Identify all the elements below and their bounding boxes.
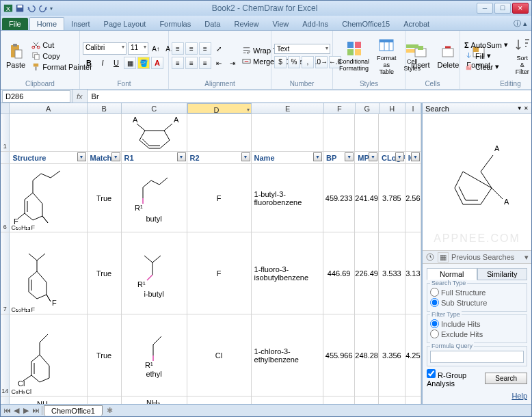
grow-font-icon[interactable]: A↑ (150, 42, 162, 55)
pane-dropdown-icon[interactable]: ▼ ✕ (517, 105, 529, 111)
formula-query-input[interactable] (430, 351, 524, 363)
select-all-corner[interactable] (1, 103, 10, 113)
tab-file[interactable]: File (2, 18, 28, 30)
ribbon-help-icon[interactable]: ⓘ ▴ (509, 17, 531, 30)
border-button[interactable]: ▦ (124, 57, 136, 69)
svg-rect-12 (36, 67, 37, 71)
filter-dropdown-icon[interactable]: ▼ (177, 152, 186, 161)
sheet-tab[interactable]: ChemOffice1 (44, 405, 103, 416)
orientation-icon[interactable]: ⤢ (213, 42, 225, 55)
italic-button[interactable]: I (96, 57, 109, 69)
indent-inc-icon[interactable]: ⇥ (226, 57, 239, 69)
font-name-select[interactable]: Calibri (83, 42, 127, 55)
indent-dec-icon[interactable]: ⇤ (213, 57, 225, 69)
align-left-icon[interactable]: ≡ (172, 57, 184, 69)
percent-icon[interactable]: % (288, 56, 300, 68)
next-sheet-icon[interactable]: ▶ (21, 406, 31, 415)
redo-icon[interactable] (38, 3, 48, 13)
tab-chemoffice[interactable]: ChemOffice15 (335, 18, 397, 30)
align-mid-icon[interactable]: ≡ (185, 42, 198, 55)
checkbox-rgroup-analysis[interactable]: R-Group Analysis (427, 369, 481, 388)
filter-dropdown-icon[interactable]: ▼ (411, 152, 420, 161)
name-box[interactable]: D286 (2, 90, 70, 103)
comma-icon[interactable]: , (302, 56, 314, 68)
align-center-icon[interactable]: ≡ (185, 57, 198, 69)
inc-decimal-icon[interactable]: .0→ (315, 56, 328, 68)
new-sheet-icon[interactable]: ✱ (103, 406, 117, 415)
col-header[interactable]: I (405, 103, 421, 113)
radio-include-hits[interactable]: Include Hits (430, 319, 480, 328)
formula-input[interactable]: Br (88, 91, 531, 102)
tab-data[interactable]: Data (198, 18, 227, 30)
tab-formulas[interactable]: Formulas (152, 18, 198, 30)
currency-icon[interactable]: $ (274, 56, 287, 68)
previous-searches-bar[interactable]: ▦ Previous Searches▾ (423, 250, 531, 264)
align-top-icon[interactable]: ≡ (172, 42, 184, 55)
fill-color-button[interactable]: 🪣 (137, 57, 150, 69)
search-pane: Search▼ ✕ AA APPNEE.COM ▦ Previous Searc… (422, 103, 531, 404)
filter-dropdown-icon[interactable]: ▼ (77, 152, 86, 161)
row-header[interactable] (1, 152, 10, 163)
col-header[interactable]: E (252, 103, 324, 113)
fill-button[interactable]: Fill ▾ (463, 51, 509, 61)
bold-button[interactable]: B (83, 57, 95, 69)
font-size-select[interactable]: 11 (128, 42, 148, 55)
fx-icon[interactable]: fx (72, 90, 88, 103)
number-format-select[interactable]: Text (274, 44, 330, 54)
col-header[interactable]: G (356, 103, 380, 113)
tab-insert[interactable]: Insert (64, 18, 97, 30)
format-table-button[interactable]: Format as Table (374, 32, 399, 79)
search-button[interactable]: Search (485, 373, 527, 384)
tab-home[interactable]: Home (29, 17, 64, 30)
worksheet[interactable]: A B C D E F G H I 1 AA Structure▼ Match▼… (1, 103, 422, 404)
row-header[interactable]: 1 (1, 114, 10, 151)
row-header[interactable]: 6 (1, 164, 10, 232)
filter-dropdown-icon[interactable]: ▼ (313, 152, 322, 161)
col-header[interactable]: D (187, 103, 252, 113)
filter-dropdown-icon[interactable]: ▼ (395, 152, 404, 161)
filter-dropdown-icon[interactable]: ▼ (241, 152, 250, 161)
minimize-button[interactable]: ─ (477, 3, 493, 14)
align-bot-icon[interactable]: ≡ (199, 42, 211, 55)
save-icon[interactable] (15, 3, 25, 13)
filter-dropdown-icon[interactable]: ▼ (369, 152, 377, 161)
help-link[interactable]: Help (511, 392, 527, 400)
tab-add-ins[interactable]: Add-Ins (295, 18, 335, 30)
tab-review[interactable]: Review (227, 18, 265, 30)
radio-exclude-hits[interactable]: Exclude Hits (430, 329, 483, 338)
row-header[interactable]: 7 (1, 232, 10, 314)
col-header[interactable]: C (122, 103, 187, 113)
filter-dropdown-icon[interactable]: ▼ (345, 152, 354, 161)
insert-cells-button[interactable]: Insert (408, 32, 433, 79)
first-sheet-icon[interactable]: ⏮ (2, 406, 12, 415)
maximize-button[interactable]: ☐ (494, 3, 511, 14)
tab-acrobat[interactable]: Acrobat (397, 18, 436, 30)
row-header[interactable]: 14 (1, 314, 10, 396)
underline-button[interactable]: U (110, 57, 122, 69)
tab-page-layout[interactable]: Page Layout (97, 18, 153, 30)
paste-button[interactable]: Paste (3, 32, 28, 79)
col-header[interactable]: B (88, 103, 122, 113)
excel-icon: X (3, 3, 13, 13)
align-right-icon[interactable]: ≡ (199, 57, 211, 69)
close-button[interactable]: ✕ (512, 3, 529, 14)
clear-button[interactable]: Clear ▾ (463, 62, 509, 72)
tab-view[interactable]: View (266, 18, 296, 30)
radio-sub-structure[interactable]: Sub Structure (430, 298, 487, 307)
cond-format-button[interactable]: Conditional Formatting (336, 32, 372, 79)
undo-icon[interactable] (27, 3, 36, 13)
col-header[interactable]: F (324, 103, 356, 113)
filter-dropdown-icon[interactable]: ▼ (111, 152, 120, 161)
tab-similarity[interactable]: Similarity (477, 268, 528, 280)
row-header[interactable] (1, 396, 10, 404)
delete-cells-button[interactable]: Delete (435, 32, 462, 79)
last-sheet-icon[interactable]: ⏭ (31, 406, 40, 415)
sort-filter-button[interactable]: Sort & Filter (511, 32, 532, 79)
tab-normal[interactable]: Normal (427, 268, 477, 280)
col-header[interactable]: A (10, 103, 87, 113)
autosum-button[interactable]: Σ AutoSum ▾ (463, 40, 509, 50)
prev-sheet-icon[interactable]: ◀ (12, 406, 21, 415)
font-color-button[interactable]: A (151, 57, 163, 69)
radio-full-structure[interactable]: Full Structure (430, 288, 486, 297)
col-header[interactable]: H (380, 103, 405, 113)
